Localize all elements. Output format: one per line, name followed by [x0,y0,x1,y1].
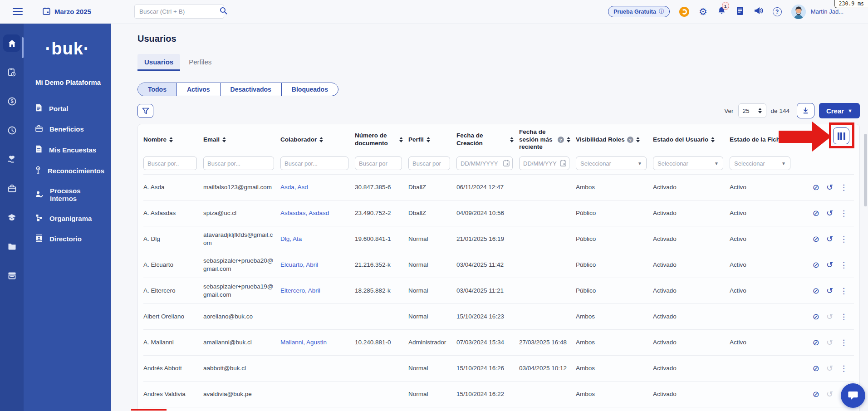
trial-badge[interactable]: Prueba Gratuita ⓘ [608,6,670,17]
store-icon[interactable] [3,267,20,284]
row-more-icon[interactable]: ⋮ [840,184,848,191]
filter-profile-input[interactable] [408,157,450,170]
row-more-icon[interactable]: ⋮ [840,261,848,269]
filter-document-input[interactable] [355,157,402,170]
filter-funnel-button[interactable] [137,104,153,118]
tab-usuarios[interactable]: Usuarios [137,54,180,71]
filter-user-status-select[interactable]: Seleccionar▼ [653,157,723,170]
block-user-icon[interactable]: ⊘ [813,183,819,191]
collaborator-link[interactable]: Asda, Asd [280,184,308,191]
reset-user-icon[interactable]: ↺ [826,209,833,217]
search-input[interactable] [139,8,220,15]
sidebar-item-organigrama[interactable]: Organigrama [24,208,111,229]
filter-name-input[interactable] [143,157,197,170]
block-user-icon[interactable]: ⊘ [813,390,819,398]
filter-session-date-input[interactable] [519,157,569,170]
row-more-icon[interactable]: ⋮ [840,339,848,347]
sidebar-item-directorio[interactable]: Directorio [24,229,111,249]
filter-visibility-select[interactable]: Seleccionar▼ [576,157,647,170]
block-user-icon[interactable]: ⊘ [813,364,819,372]
sidebar-item-mis-encuestas[interactable]: Mis Encuestas [24,139,111,160]
sort-icon[interactable] [222,137,226,142]
help-icon[interactable]: ? [558,137,564,143]
notifications-bell-icon[interactable]: 1 [717,6,726,17]
sidebar-item-reconocimientos[interactable]: Reconocimientos [24,160,111,181]
help-icon[interactable]: ? [627,137,633,143]
row-more-icon[interactable]: ⋮ [840,313,848,321]
row-more-icon[interactable]: ⋮ [840,235,848,243]
column-header[interactable]: Email [203,136,280,144]
column-header[interactable]: Número de documento [355,132,408,147]
folder-icon[interactable] [3,238,20,255]
reset-user-icon[interactable]: ↺ [826,261,833,269]
create-button[interactable]: Crear ▼ [819,103,860,118]
global-search[interactable] [134,5,224,19]
sort-icon[interactable] [399,137,403,142]
block-user-icon[interactable]: ⊘ [813,209,819,217]
reset-user-icon[interactable]: ↺ [826,338,833,347]
column-header[interactable]: Visibilidad Roles ? [576,136,653,144]
filter-created-date-input[interactable] [456,157,513,170]
collaborator-link[interactable]: Malianni, Agustin [280,339,327,346]
period-selector[interactable]: Marzo 2025 [43,7,91,16]
sidebar-item-portal[interactable]: Portal [24,98,111,119]
training-icon[interactable] [3,209,20,226]
help-icon[interactable]: ? [773,7,782,16]
filter-activos[interactable]: Activos [177,83,220,96]
block-user-icon[interactable]: ⊘ [813,338,819,347]
filter-collaborator-input[interactable] [280,157,348,170]
sort-icon[interactable] [567,137,570,142]
hamburger-menu-icon[interactable] [13,8,23,15]
download-button[interactable] [797,103,814,118]
settings-gear-icon[interactable]: ⚙ [699,7,707,16]
block-user-icon[interactable]: ⊘ [813,313,819,321]
column-header[interactable]: Fecha de sesión más reciente ? [519,128,576,152]
user-avatar[interactable] [791,5,806,19]
filter-desactivados[interactable]: Desactivados [220,83,281,96]
collaborator-link[interactable]: Asfasdas, Asdasd [280,210,329,216]
filter-todos[interactable]: Todos [138,83,177,96]
sidebar-item-beneficios[interactable]: Beneficios [24,119,111,139]
sort-icon[interactable] [711,137,715,142]
recognition-icon[interactable] [3,151,20,168]
row-more-icon[interactable]: ⋮ [840,365,848,372]
collaborator-link[interactable]: Elcuarto, Abril [280,261,318,268]
column-header[interactable]: Nombre [143,136,203,144]
collaborator-link[interactable]: Eltercero, Abril [280,287,320,294]
vertical-scrollbar[interactable] [864,134,867,206]
rewards-icon[interactable] [679,7,689,17]
reset-user-icon[interactable]: ↺ [826,390,833,398]
user-name[interactable]: Martín Jad... [811,8,843,15]
reset-user-icon[interactable]: ↺ [826,235,833,243]
tab-perfiles[interactable]: Perfiles [182,54,218,71]
row-more-icon[interactable]: ⋮ [840,210,848,217]
sort-icon[interactable] [636,137,640,142]
payments-icon[interactable]: $ [3,93,20,110]
reset-user-icon[interactable]: ↺ [826,287,833,295]
search-icon[interactable] [220,7,227,16]
filter-email-input[interactable] [203,157,274,170]
time-icon[interactable] [3,122,20,139]
collaborator-link[interactable]: Dlg, Ata [280,235,302,242]
home-icon[interactable] [3,34,20,52]
megaphone-icon[interactable] [754,6,763,17]
block-user-icon[interactable]: ⊘ [813,261,819,269]
reset-user-icon[interactable]: ↺ [826,183,833,191]
chat-fab-button[interactable] [841,383,865,408]
sidebar-item-procesos-internos[interactable]: Procesos Internos [24,181,111,208]
filter-bloqueados[interactable]: Bloqueados [281,83,338,96]
benefits-icon[interactable] [3,180,20,197]
column-header[interactable]: Estado del Usuario [653,136,730,144]
sort-icon[interactable] [510,137,514,142]
block-user-icon[interactable]: ⊘ [813,287,819,295]
reset-user-icon[interactable]: ↺ [826,313,833,321]
column-header[interactable]: Colaborador [280,136,355,144]
sort-icon[interactable] [319,137,323,142]
documents-icon[interactable] [736,6,744,17]
page-size-select[interactable]: 25 [738,103,766,118]
block-user-icon[interactable]: ⊘ [813,235,819,243]
sort-icon[interactable] [427,137,430,142]
column-header[interactable]: Fecha de Creación [456,132,519,147]
row-more-icon[interactable]: ⋮ [840,287,848,295]
clipboard-clock-icon[interactable] [3,64,20,81]
